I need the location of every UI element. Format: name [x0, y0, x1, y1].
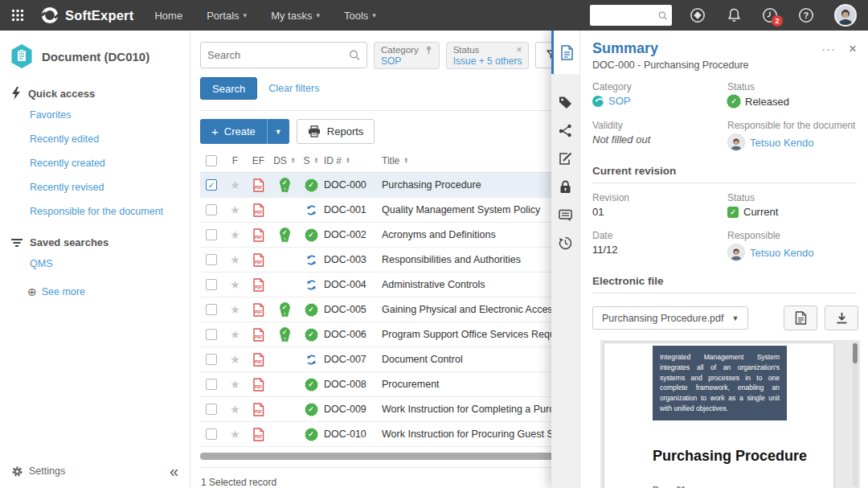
tab-security[interactable]: [551, 173, 579, 201]
favorite-star-icon[interactable]: ★: [230, 328, 240, 341]
pdf-file-icon[interactable]: PDF: [246, 278, 271, 292]
sidebar-item-favorites[interactable]: Favorites: [0, 103, 190, 127]
avatar: [727, 244, 745, 261]
col-digital-signature[interactable]: DS: [273, 155, 287, 166]
filter-chip-category[interactable]: Category SOP: [374, 42, 440, 69]
see-more-link[interactable]: ⊕ See more: [0, 276, 190, 305]
menu-home[interactable]: Home: [154, 10, 182, 22]
responsible-link[interactable]: Tetsuo Kendo: [750, 137, 814, 149]
pdf-file-icon[interactable]: PDF: [246, 403, 271, 416]
global-search-input[interactable]: [595, 10, 658, 21]
favorite-star-icon[interactable]: ★: [230, 278, 240, 291]
sidebar-item-recently-edited[interactable]: Recently edited: [0, 127, 190, 151]
menu-my-tasks[interactable]: My tasks▾: [271, 10, 320, 22]
search-icon[interactable]: [658, 10, 667, 21]
tab-history[interactable]: [551, 229, 579, 257]
favorite-star-icon[interactable]: ★: [230, 353, 240, 366]
record-search-input[interactable]: [207, 49, 349, 61]
category-link[interactable]: SOP: [608, 95, 630, 107]
sidebar-item-responsible-for-the-document[interactable]: Responsible for the document: [0, 199, 190, 223]
favorite-star-icon[interactable]: ★: [230, 178, 240, 191]
pdf-file-icon[interactable]: PDF: [246, 328, 271, 342]
row-checkbox[interactable]: [206, 254, 217, 265]
pdf-file-icon[interactable]: PDF: [246, 203, 271, 217]
clear-filters-link[interactable]: Clear filters: [268, 83, 319, 94]
row-checkbox[interactable]: [206, 204, 217, 215]
col-id[interactable]: ID #: [324, 155, 342, 166]
view-file-button[interactable]: [784, 306, 817, 330]
row-checkbox[interactable]: [206, 379, 217, 390]
app-grid-icon[interactable]: [10, 7, 26, 23]
tab-tags[interactable]: [551, 88, 579, 117]
responsible-link[interactable]: Tetsuo Kendo: [750, 247, 814, 259]
pdf-doc-title: Purchasing Procedure: [653, 448, 833, 465]
close-panel-icon[interactable]: ×: [849, 42, 857, 55]
help-icon[interactable]: ?: [798, 7, 814, 23]
favorite-star-icon[interactable]: ★: [230, 378, 240, 391]
app-window: SoftExpert Home Portals▾ My tasks▾ Tools…: [0, 0, 868, 488]
favorite-star-icon[interactable]: ★: [230, 403, 240, 416]
favorite-star-icon[interactable]: ★: [230, 303, 240, 316]
close-icon[interactable]: ×: [516, 45, 522, 55]
preview-scrollbar-thumb[interactable]: [853, 343, 858, 363]
pdf-file-icon[interactable]: PDF: [246, 353, 271, 367]
favorite-star-icon[interactable]: ★: [230, 228, 240, 241]
row-checkbox[interactable]: [206, 304, 217, 315]
tab-structure[interactable]: [551, 117, 579, 145]
status-released-icon: ✓: [305, 304, 317, 316]
sidebar-item-recently-created[interactable]: Recently created: [0, 151, 190, 175]
col-status[interactable]: S: [304, 155, 310, 166]
row-checkbox[interactable]: [206, 404, 217, 415]
notifications-bell-icon[interactable]: [726, 7, 742, 23]
tab-revision-notes[interactable]: [551, 145, 579, 173]
favorite-star-icon[interactable]: ★: [230, 428, 240, 441]
col-favorite[interactable]: F: [232, 155, 238, 166]
collapse-sidebar-icon[interactable]: «: [170, 463, 178, 479]
file-select-dropdown[interactable]: Purchansing Procedure.pdf ▼: [592, 306, 748, 330]
tab-comments[interactable]: [551, 201, 579, 229]
sort-icon[interactable]: ▲▼: [291, 158, 296, 163]
row-checkbox[interactable]: [206, 329, 217, 340]
explore-icon[interactable]: [690, 7, 706, 23]
pdf-file-icon[interactable]: PDF: [246, 428, 271, 441]
sort-icon[interactable]: ▲▼: [314, 158, 319, 163]
row-checkbox[interactable]: [206, 229, 217, 240]
search-button[interactable]: Search: [200, 77, 257, 100]
download-file-button[interactable]: [825, 306, 858, 330]
sort-icon[interactable]: ▲▼: [403, 158, 408, 163]
row-checkbox[interactable]: ✓: [206, 179, 217, 191]
pdf-file-icon[interactable]: PDF: [246, 378, 271, 392]
reports-button[interactable]: Reports: [297, 119, 375, 144]
pdf-file-icon[interactable]: PDF: [246, 253, 271, 267]
favorite-star-icon[interactable]: ★: [230, 203, 240, 216]
softexpert-logo[interactable]: SoftExpert: [40, 6, 133, 25]
row-checkbox[interactable]: [206, 429, 217, 440]
saved-search-qms[interactable]: QMS: [0, 252, 190, 276]
col-title[interactable]: Title: [382, 155, 399, 166]
pending-tasks-icon[interactable]: 2: [762, 7, 778, 23]
pdf-file-icon[interactable]: PDF: [246, 303, 271, 317]
row-checkbox[interactable]: [206, 354, 217, 365]
create-button[interactable]: + Create: [200, 119, 268, 144]
settings-button[interactable]: Settings: [11, 465, 65, 478]
pin-icon[interactable]: [425, 46, 432, 55]
menu-tools[interactable]: Tools▾: [344, 10, 376, 22]
sidebar-item-recently-revised[interactable]: Recently revised: [0, 175, 190, 199]
saved-searches-list: QMS: [0, 252, 190, 276]
more-options-icon[interactable]: ···: [821, 42, 836, 55]
svg-text:PDF: PDF: [255, 410, 262, 414]
pdf-file-icon[interactable]: PDF: [246, 228, 271, 242]
search-icon[interactable]: [349, 49, 360, 61]
col-electronic-file[interactable]: EF: [252, 155, 264, 166]
pdf-file-icon[interactable]: PDF: [246, 178, 271, 192]
row-checkbox[interactable]: [206, 279, 217, 290]
select-all-checkbox[interactable]: [206, 155, 217, 166]
filter-chip-status[interactable]: Status× Issue + 5 others: [446, 42, 530, 69]
create-dropdown-button[interactable]: ▼: [268, 119, 289, 144]
favorite-star-icon[interactable]: ★: [230, 253, 240, 266]
tab-summary[interactable]: [551, 31, 579, 74]
user-avatar[interactable]: [834, 4, 857, 27]
sort-icon[interactable]: ▲▼: [346, 158, 350, 163]
menu-portals[interactable]: Portals▾: [207, 10, 247, 22]
chevron-down-icon: ▾: [244, 11, 248, 19]
